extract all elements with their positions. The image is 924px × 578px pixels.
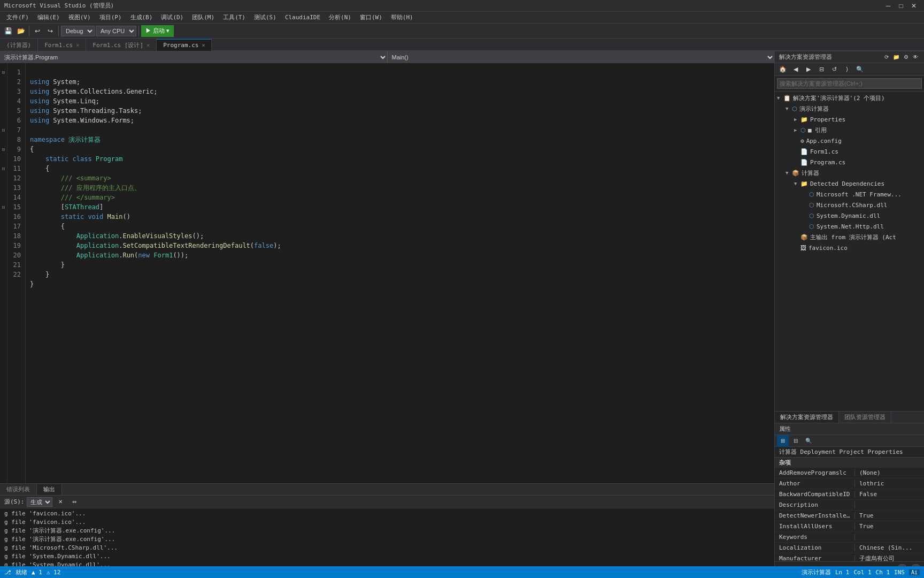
detected-deps-icon: 📁 xyxy=(800,180,808,187)
output-line-4: g file '演示计算器.exe.config'... xyxy=(4,535,770,544)
tree-dynamic[interactable]: ▶ ⬡ System.Dynamic.dll xyxy=(775,210,924,221)
prop-row-author[interactable]: Author lothric xyxy=(775,478,924,489)
debug-config-dropdown[interactable]: Debug xyxy=(61,26,95,36)
bottom-tab-errors[interactable]: 错误列表 xyxy=(0,484,37,495)
tree-output[interactable]: ▶ 📦 主输出 from 演示计算器 (Act xyxy=(775,232,924,242)
se-search-btn[interactable]: 🔍 xyxy=(854,64,866,75)
tree-calculator[interactable]: ▼ 📦 计算器 xyxy=(775,168,924,178)
prop-row-detect[interactable]: DetectNewerInstalledVe True xyxy=(775,511,924,521)
tree-project[interactable]: ▼ ⬡ 演示计算器 xyxy=(775,103,924,114)
explorer-tab-solution-label: 解决方案资源管理器 xyxy=(780,413,833,421)
prop-value-addremove: (None) xyxy=(855,469,924,476)
props-sort-btn[interactable]: ⊟ xyxy=(790,435,802,447)
close-button[interactable]: ✕ xyxy=(908,0,920,12)
solution-preview-btn[interactable]: 👁 xyxy=(911,53,920,62)
tree-program[interactable]: ▶ 📄 Program.cs xyxy=(775,157,924,168)
tree-dotnet[interactable]: ▶ ⬡ Microsoft .NET Framew... xyxy=(775,189,924,200)
explorer-tab-team-label: 团队资源管理器 xyxy=(844,413,886,421)
menu-tools[interactable]: 工具(T) xyxy=(219,12,250,22)
se-home-btn[interactable]: 🏠 xyxy=(777,64,789,75)
menu-project[interactable]: 项目(P) xyxy=(95,12,126,22)
tab-form1[interactable]: Form1.cs × xyxy=(38,39,86,51)
output-content[interactable]: g file 'favicon.ico'... g file 'favicon.… xyxy=(0,508,774,567)
start-button[interactable]: ▶ 启动 ▾ xyxy=(141,25,174,37)
minimize-button[interactable]: ─ xyxy=(882,0,894,12)
platform-dropdown[interactable]: Any CPU xyxy=(96,26,136,36)
program-arrow: ▶ xyxy=(794,159,800,165)
toolbar-undo[interactable]: ↩ xyxy=(32,25,43,37)
tree-solution[interactable]: ▼ 📋 解决方案'演示计算器'(2 个项目) xyxy=(775,93,924,103)
menu-debug[interactable]: 调试(D) xyxy=(157,12,188,22)
prop-value-manufacturer: 子虛烏有公司 xyxy=(855,554,924,561)
tree-app-config[interactable]: ▶ ⚙ App.config xyxy=(775,135,924,146)
prop-row-install[interactable]: InstallAllUsers True xyxy=(775,521,924,532)
tab-program-close[interactable]: × xyxy=(202,42,205,48)
tree-favicon[interactable]: ▶ 🖼 favicon.ico xyxy=(775,242,924,253)
type-dropdown[interactable]: 演示计算器.Program xyxy=(0,51,388,63)
properties-label: Properties xyxy=(810,116,845,123)
tab-form1-design-close[interactable]: × xyxy=(147,42,150,48)
menu-file[interactable]: 文件(F) xyxy=(2,12,33,22)
se-forward-btn[interactable]: ▶ xyxy=(803,64,814,75)
solution-props-btn[interactable]: ⚙ xyxy=(902,53,910,62)
tab-form1-design[interactable]: Form1.cs [设计] × xyxy=(86,39,157,51)
menu-team[interactable]: 团队(M) xyxy=(188,12,219,22)
output-line-3: g file '演示计算器.exe.config'... xyxy=(4,527,770,535)
status-warnings[interactable]: ⚠ 12 xyxy=(47,569,61,576)
se-filter-btn[interactable]: ⊟ xyxy=(815,64,827,75)
editor-scrollbar[interactable] xyxy=(767,63,774,483)
code-content[interactable]: using System; using System.Collections.G… xyxy=(26,63,767,483)
tab-bar: (计算器) Form1.cs × Form1.cs [设计] × Program… xyxy=(0,39,924,51)
explorer-tabs: 解决方案资源管理器 团队资源管理器 xyxy=(775,411,924,423)
explorer-tab-solution[interactable]: 解决方案资源管理器 xyxy=(775,412,839,423)
solution-tree[interactable]: ▼ 📋 解决方案'演示计算器'(2 个项目) ▼ ⬡ 演示计算器 ▶ 📁 Pro… xyxy=(775,92,924,411)
maximize-button[interactable]: □ xyxy=(895,0,907,12)
solution-search-input[interactable] xyxy=(777,78,922,89)
props-search-btn[interactable]: 🔍 xyxy=(803,435,814,447)
menu-analyze[interactable]: 分析(N) xyxy=(325,12,356,22)
tab-form1-close[interactable]: × xyxy=(76,42,79,48)
se-refresh-btn[interactable]: ↺ xyxy=(828,64,840,75)
csharp-label: Microsoft.CSharp.dll xyxy=(817,202,887,209)
solution-sync-btn[interactable]: ⟳ xyxy=(882,53,891,62)
menu-help[interactable]: 帮助(H) xyxy=(387,12,418,22)
tree-detected-deps[interactable]: ▼ 📁 Detected Dependencies xyxy=(775,178,924,189)
prop-row-addremove[interactable]: AddRemoveProgramslc (None) xyxy=(775,468,924,478)
properties-grid[interactable]: 杂项 AddRemoveProgramslc (None) Author lot… xyxy=(775,458,924,561)
menu-claudia[interactable]: ClaudiaIDE xyxy=(281,13,325,22)
tree-nethttp[interactable]: ▶ ⬡ System.Net.Http.dll xyxy=(775,221,924,232)
tree-properties[interactable]: ▶ 📁 Properties xyxy=(775,114,924,125)
properties-item-title: 计算器 Deployment Project Properties xyxy=(775,447,924,458)
code-editor[interactable]: ⊟ ⊟ ⊟ ⊟ ⊟ 1 2 3 4 5 xyxy=(0,63,774,483)
prop-row-keywords[interactable]: Keywords xyxy=(775,532,924,543)
tab-left-panel-label: (计算器) xyxy=(6,41,31,49)
se-collapse-btn[interactable]: ⟩ xyxy=(841,64,853,75)
menu-edit[interactable]: 编辑(E) xyxy=(33,12,64,22)
props-grid-btn[interactable]: ⊞ xyxy=(777,435,789,447)
tab-program[interactable]: Program.cs × xyxy=(157,39,212,51)
status-errors[interactable]: ▲ 1 xyxy=(32,569,42,576)
output-source-dropdown[interactable]: 生成 xyxy=(27,497,52,507)
prop-row-backward[interactable]: BackwardCompatibleID False xyxy=(775,489,924,500)
se-back-btn[interactable]: ◀ xyxy=(790,64,802,75)
output-clear[interactable]: ✕ xyxy=(55,496,66,508)
toolbar-open[interactable]: 📂 xyxy=(15,25,27,37)
explorer-tab-team[interactable]: 团队资源管理器 xyxy=(839,412,891,423)
member-dropdown[interactable]: Main() xyxy=(388,51,775,63)
prop-row-manufacturer[interactable]: Manufacturer 子虛烏有公司 xyxy=(775,553,924,561)
prop-row-description[interactable]: Description xyxy=(775,500,924,511)
menu-view[interactable]: 视图(V) xyxy=(64,12,95,22)
tree-csharp[interactable]: ▶ ⬡ Microsoft.CSharp.dll xyxy=(775,200,924,210)
menu-build[interactable]: 生成(B) xyxy=(126,12,157,22)
toolbar-redo[interactable]: ↪ xyxy=(44,25,56,37)
tree-form1[interactable]: ▶ 📄 Form1.cs xyxy=(775,146,924,157)
toolbar-save[interactable]: 💾 xyxy=(2,25,14,37)
bottom-tab-output[interactable]: 输出 xyxy=(37,484,62,495)
menu-test[interactable]: 测试(S) xyxy=(250,12,281,22)
menu-window[interactable]: 窗口(W) xyxy=(356,12,387,22)
solution-new-folder-btn[interactable]: 📁 xyxy=(892,53,900,62)
tree-references[interactable]: ▶ ⬡ ■ 引用 xyxy=(775,125,924,135)
tab-left-panel[interactable]: (计算器) xyxy=(0,39,38,51)
prop-row-localization[interactable]: Localization Chinese (Sin... xyxy=(775,543,924,553)
output-wrap[interactable]: ⇔ xyxy=(68,496,80,508)
